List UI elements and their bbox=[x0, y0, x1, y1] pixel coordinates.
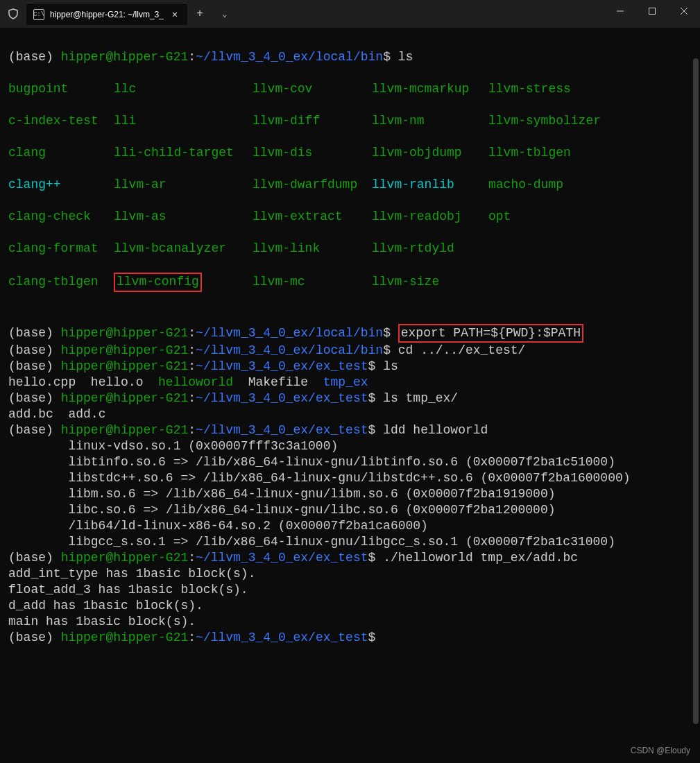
cmd-ldd: ldd helloworld bbox=[383, 423, 488, 437]
cmd-ls-tmpex: ls tmp_ex/ bbox=[383, 391, 458, 405]
window-controls bbox=[604, 0, 700, 22]
tab-area: C:\ hipper@hipper-G21: ~/llvm_3_ ✕ + ⌄ bbox=[0, 0, 237, 28]
ldd-line: libstdc++.so.6 => /lib/x86_64-linux-gnu/… bbox=[8, 471, 631, 485]
highlight-llvm-config: llvm-config bbox=[114, 273, 202, 291]
svg-rect-1 bbox=[649, 8, 656, 15]
ls-output: bugpointllcllvm-covllvm-mcmarkupllvm-str… bbox=[8, 65, 692, 307]
terminal-icon: C:\ bbox=[33, 9, 44, 20]
ldd-line: libtinfo.so.6 => /lib/x86_64-linux-gnu/l… bbox=[8, 455, 615, 469]
new-tab-button[interactable]: + bbox=[187, 8, 212, 20]
cmd-ls: ls bbox=[398, 50, 413, 64]
ldd-line: linux-vdso.so.1 (0x00007fff3c3a1000) bbox=[8, 439, 338, 453]
terminal-body[interactable]: (base) hipper@hipper-G21:~/llvm_3_4_0_ex… bbox=[0, 28, 700, 763]
terminal-window: C:\ hipper@hipper-G21: ~/llvm_3_ ✕ + ⌄ (… bbox=[0, 0, 700, 763]
run-output-line: add_int_type has 1basic block(s). bbox=[8, 567, 255, 581]
cmd-run: ./helloworld tmp_ex/add.bc bbox=[383, 551, 578, 565]
scrollbar[interactable] bbox=[693, 58, 699, 724]
ldd-line: /lib64/ld-linux-x86-64.so.2 (0x00007f2ba… bbox=[8, 519, 428, 533]
tab-dropdown-button[interactable]: ⌄ bbox=[212, 9, 237, 19]
tab-close-button[interactable]: ✕ bbox=[169, 8, 180, 20]
active-tab[interactable]: C:\ hipper@hipper-G21: ~/llvm_3_ ✕ bbox=[26, 3, 187, 25]
run-output-line: d_add has 1basic block(s). bbox=[8, 599, 203, 612]
prompt-user: hipper@hipper-G21 bbox=[61, 50, 189, 64]
maximize-button[interactable] bbox=[636, 0, 668, 22]
titlebar: C:\ hipper@hipper-G21: ~/llvm_3_ ✕ + ⌄ bbox=[0, 0, 700, 28]
watermark: CSDN @Eloudy bbox=[631, 746, 690, 756]
cmd-ls2: ls bbox=[383, 359, 398, 373]
run-output-line: float_add_3 has 1basic block(s). bbox=[8, 583, 248, 597]
shield-icon bbox=[7, 8, 19, 20]
ldd-line: libc.so.6 => /lib/x86_64-linux-gnu/libc.… bbox=[8, 503, 556, 517]
prompt-path: ~/llvm_3_4_0_ex/local/bin bbox=[196, 50, 383, 64]
close-button[interactable] bbox=[668, 0, 700, 22]
prompt-env: (base) bbox=[8, 50, 61, 64]
minimize-button[interactable] bbox=[604, 0, 636, 22]
run-output-line: main has 1basic block(s). bbox=[8, 615, 196, 628]
ldd-line: libgcc_s.so.1 => /lib/x86_64-linux-gnu/l… bbox=[8, 535, 615, 549]
cmd-cd: cd ../../ex_test/ bbox=[398, 343, 526, 357]
highlight-export-cmd: export PATH=${PWD}:$PATH bbox=[398, 324, 583, 343]
tab-title: hipper@hipper-G21: ~/llvm_3_ bbox=[50, 10, 164, 19]
ldd-line: libm.so.6 => /lib/x86_64-linux-gnu/libm.… bbox=[8, 487, 556, 501]
